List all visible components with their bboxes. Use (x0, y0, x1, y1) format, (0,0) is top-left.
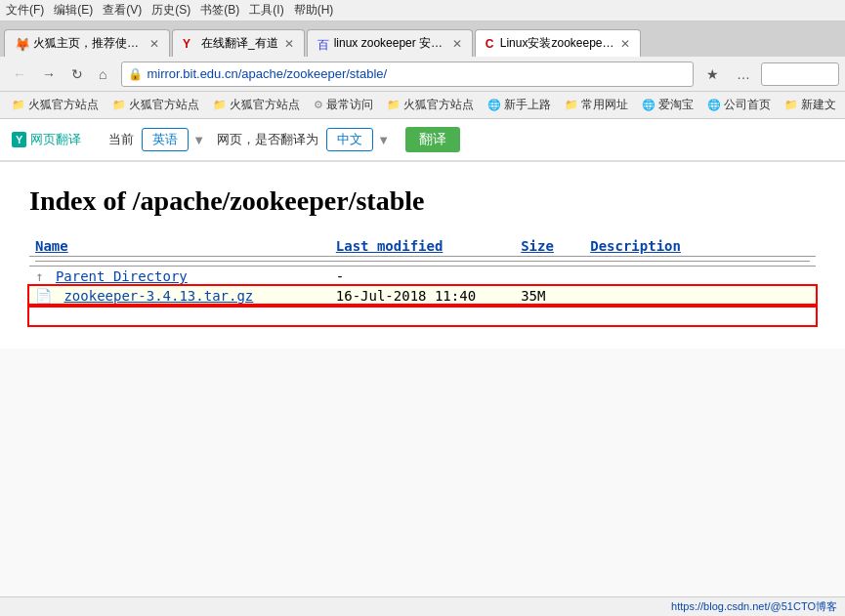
bookmark-item-0[interactable]: 📁火狐官方站点 (6, 95, 105, 115)
table-row: 📄 zookeeper-3.4.13.tar.gz 16-Jul-2018 11… (29, 286, 816, 306)
col-header-modified: Last modified (330, 236, 515, 257)
parent-dir-link[interactable]: Parent Directory (56, 268, 188, 284)
more-options-button[interactable]: … (730, 63, 757, 85)
folder-icon: 📁 (784, 99, 798, 111)
table-header: Name Last modified Size Description (29, 236, 816, 267)
tab-close-button[interactable]: ✕ (149, 37, 159, 51)
bookmark-label: 火狐官方站点 (28, 97, 99, 113)
arrow-icon: ▼ (192, 133, 205, 147)
home-button[interactable]: ⌂ (92, 62, 113, 86)
bookmark-item-6[interactable]: 📁常用网址 (559, 95, 634, 115)
gear-icon: ⚙ (314, 99, 323, 111)
source-lang-button[interactable]: 英语 (142, 128, 189, 151)
tab-tab3[interactable]: 百 linux zookeeper 安装_百度搜... ✕ (307, 29, 473, 57)
table-header-row: Name Last modified Size Description (29, 236, 816, 257)
bookmark-label: 火狐官方站点 (129, 97, 199, 113)
menu-bookmarks[interactable]: 书签(B) (200, 2, 239, 19)
menu-help[interactable]: 帮助(H) (294, 2, 334, 19)
page-content: Index of /apache/zookeeper/stable Name L… (0, 162, 845, 349)
table-row: ↑ Parent Directory - (29, 267, 816, 287)
menu-history[interactable]: 历史(S) (151, 2, 190, 19)
baidu-icon: 百 (317, 37, 329, 51)
menu-view[interactable]: 查看(V) (103, 2, 142, 19)
file-link[interactable]: zookeeper-3.4.13.tar.gz (63, 288, 253, 304)
bookmark-item-8[interactable]: 🌐公司首页 (701, 95, 777, 115)
bookmark-item-9[interactable]: 📁新建文 (779, 95, 842, 115)
search-input[interactable] (761, 62, 839, 86)
folder-icon: 📁 (213, 99, 227, 111)
yeekit-logo-icon: Y (12, 132, 26, 147)
tab-label: 在线翻译_有道 (201, 35, 278, 52)
bookmark-label: 常用网址 (581, 97, 628, 113)
table-row-empty (29, 306, 816, 325)
col-desc-link[interactable]: Description (590, 238, 681, 254)
back-arrow-icon: ↑ (35, 268, 43, 284)
bookmark-item-1[interactable]: 📁火狐官方站点 (106, 95, 205, 115)
tab-tab2[interactable]: Y 在线翻译_有道 ✕ (172, 29, 305, 57)
bookmark-item-3[interactable]: ⚙最常访问 (308, 95, 379, 115)
nav-right: ★ … (699, 62, 839, 86)
bookmark-item-4[interactable]: 📁火狐官方站点 (381, 95, 480, 115)
lock-icon: 🔒 (128, 67, 143, 81)
col-size-link[interactable]: Size (521, 238, 554, 254)
parent-modified-cell: - (330, 267, 515, 287)
yeekit-logo: Y 网页翻译 (12, 131, 81, 148)
parent-size-cell (515, 267, 584, 287)
bookmark-item-2[interactable]: 📁火狐官方站点 (207, 95, 306, 115)
address-bar-wrapper: 🔒 (121, 62, 694, 87)
youdao-icon: Y (183, 37, 196, 51)
translation-bar: Y 网页翻译 当前 英语 ▼ 网页，是否翻译为 中文 ▼ 翻译 (0, 119, 845, 162)
bookmark-label: 新手上路 (504, 97, 551, 113)
file-name-cell: 📄 zookeeper-3.4.13.tar.gz (29, 286, 330, 306)
bookmark-label: 爱淘宝 (658, 97, 694, 113)
file-table: Name Last modified Size Description (29, 236, 816, 325)
globe-icon: 🌐 (707, 99, 721, 111)
status-url: https://blog.csdn.net/@51CTO博客 (671, 599, 837, 614)
file-size-cell: 35M (515, 286, 584, 306)
page-title: Index of /apache/zookeeper/stable (29, 185, 816, 217)
file-desc-cell (584, 286, 816, 306)
bookmark-star-button[interactable]: ★ (699, 63, 726, 85)
refresh-button[interactable]: ↻ (64, 62, 90, 86)
menu-edit[interactable]: 编辑(E) (54, 2, 93, 19)
tab-close-button[interactable]: ✕ (452, 37, 462, 51)
folder-icon: 📁 (387, 99, 401, 111)
col-modified-link[interactable]: Last modified (336, 238, 444, 254)
bookmark-label: 最常访问 (326, 97, 373, 113)
address-input[interactable] (147, 66, 687, 81)
tab-bar: 🦊 火狐主页，推荐使用 Firefox... ✕Y 在线翻译_有道 ✕百 lin… (0, 21, 845, 57)
folder-icon: 📁 (565, 99, 578, 111)
tab-tab1[interactable]: 🦊 火狐主页，推荐使用 Firefox... ✕ (4, 29, 170, 57)
translate-question-label: 网页，是否翻译为 (217, 131, 318, 148)
folder-icon: 📁 (12, 99, 25, 111)
header-separator-row (29, 257, 816, 267)
file-modified-cell: 16-Jul-2018 11:40 (330, 286, 515, 306)
bookmark-label: 火狐官方站点 (230, 97, 300, 113)
parent-desc-cell (584, 267, 816, 287)
target-arrow-icon: ▼ (377, 133, 390, 147)
folder-icon: 📁 (112, 99, 126, 111)
menu-file[interactable]: 文件(F) (6, 2, 44, 19)
forward-button[interactable]: → (35, 62, 63, 86)
tab-tab4[interactable]: C Linux安装zookeeper集群(Ce... ✕ (475, 29, 641, 57)
tab-close-button[interactable]: ✕ (620, 37, 630, 51)
translate-button[interactable]: 翻译 (405, 127, 460, 152)
menu-bar: 文件(F) 编辑(E) 查看(V) 历史(S) 书签(B) 工具(I) 帮助(H… (0, 0, 845, 21)
tab-label: Linux安装zookeeper集群(Ce... (500, 35, 614, 52)
menu-tools[interactable]: 工具(I) (249, 2, 283, 19)
bookmark-item-7[interactable]: 🌐爱淘宝 (636, 95, 699, 115)
status-bar: https://blog.csdn.net/@51CTO博客 (0, 596, 845, 616)
tab-close-button[interactable]: ✕ (284, 37, 294, 51)
col-header-name: Name (29, 236, 330, 257)
target-lang-button[interactable]: 中文 (326, 128, 373, 151)
back-button[interactable]: ← (6, 62, 33, 86)
csdn-icon: C (486, 37, 495, 51)
globe-icon: 🌐 (642, 99, 655, 111)
globe-icon: 🌐 (487, 99, 501, 111)
bookmarks-bar: 📁火狐官方站点📁火狐官方站点📁火狐官方站点⚙最常访问📁火狐官方站点🌐新手上路📁常… (0, 92, 845, 119)
tab-label: 火狐主页，推荐使用 Firefox... (33, 35, 144, 52)
parent-dir-cell: ↑ Parent Directory (29, 267, 330, 287)
col-name-link[interactable]: Name (35, 238, 68, 254)
bookmark-item-5[interactable]: 🌐新手上路 (482, 95, 557, 115)
yeekit-logo-text: 网页翻译 (30, 131, 81, 148)
